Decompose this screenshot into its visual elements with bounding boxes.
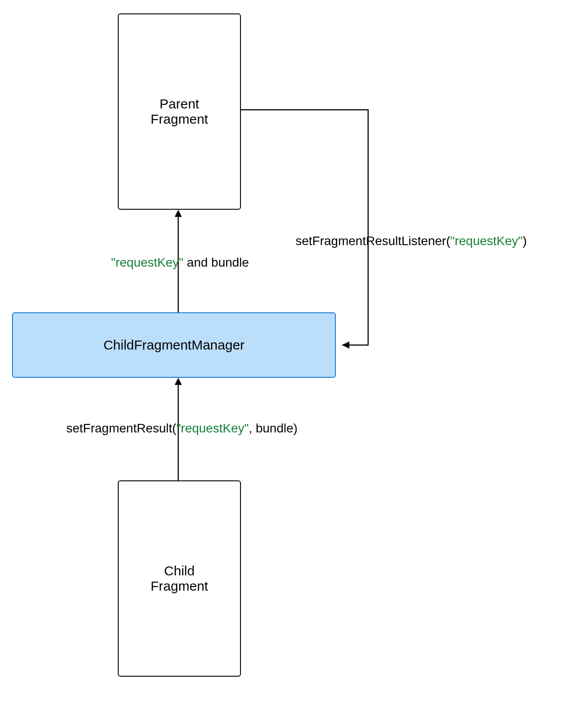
listener-label: setFragmentResultListener("requestKey") <box>296 234 527 248</box>
set-result-label: setFragmentResult("requestKey", bundle) <box>66 421 297 436</box>
arrowhead-child-to-manager <box>175 378 182 385</box>
listener-key: "requestKey" <box>450 234 523 248</box>
parent-fragment-label: Parent Fragment <box>150 96 208 127</box>
set-result-key: "requestKey" <box>176 421 249 435</box>
arrowhead-parent-to-manager <box>342 341 349 349</box>
to-parent-suffix: and bundle <box>184 255 249 269</box>
set-result-prefix: setFragmentResult( <box>66 421 176 435</box>
arrow-parent-to-manager <box>241 110 368 345</box>
listener-suffix: ) <box>523 234 527 248</box>
arrowhead-manager-to-parent <box>175 210 182 217</box>
child-fragment-manager-label: ChildFragmentManager <box>103 337 245 353</box>
child-fragment-box: Child Fragment <box>118 480 241 677</box>
child-fragment-manager-box: ChildFragmentManager <box>12 312 336 378</box>
set-result-suffix: , bundle) <box>249 421 297 435</box>
child-fragment-line2: Fragment <box>150 579 208 593</box>
to-parent-key: "requestKey" <box>111 255 184 269</box>
child-fragment-label: Child Fragment <box>150 563 208 594</box>
parent-fragment-line1: Parent <box>159 96 199 111</box>
child-fragment-line1: Child <box>164 563 194 578</box>
parent-fragment-box: Parent Fragment <box>118 13 241 210</box>
parent-fragment-line2: Fragment <box>150 112 208 126</box>
listener-prefix: setFragmentResultListener( <box>296 234 450 248</box>
to-parent-label: "requestKey" and bundle <box>111 255 249 270</box>
